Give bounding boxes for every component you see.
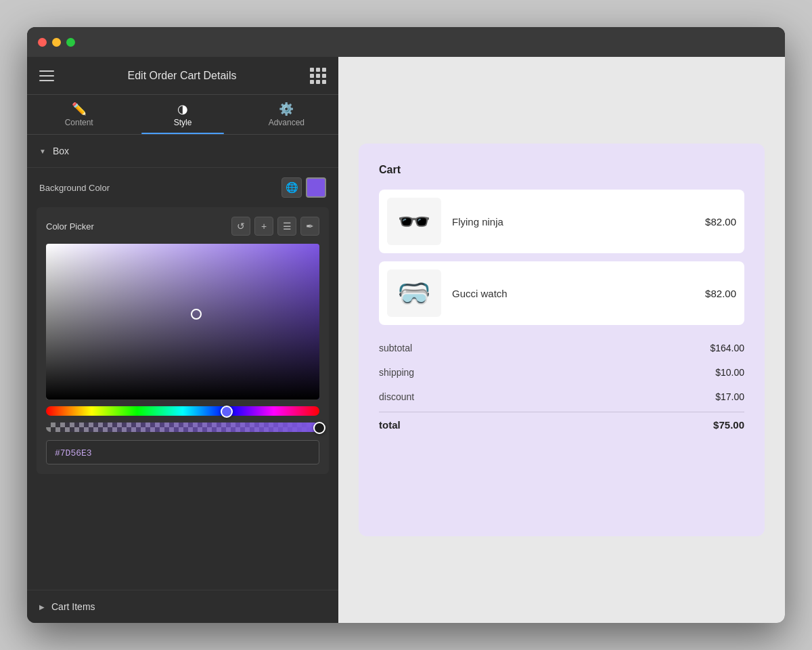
cart-item-price-1: $82.00 xyxy=(705,216,736,228)
subtotal-value: $164.00 xyxy=(710,343,744,353)
shipping-value: $10.00 xyxy=(715,367,744,378)
style-tab-icon: ◑ xyxy=(177,103,188,115)
eyedropper-button[interactable]: ✒ xyxy=(300,217,319,236)
box-section-arrow-icon: ▼ xyxy=(39,148,46,155)
advanced-tab-icon: ⚙️ xyxy=(279,103,294,115)
box-section-label: Box xyxy=(53,146,69,156)
hue-thumb[interactable] xyxy=(221,406,233,418)
subtotal-label: subtotal xyxy=(379,343,412,353)
background-color-row: Background Color 🌐 xyxy=(27,168,338,207)
total-row: total $75.00 xyxy=(379,412,744,437)
hue-slider xyxy=(46,406,319,416)
cart-item-price-2: $82.00 xyxy=(705,288,736,299)
layers-button[interactable]: ☰ xyxy=(277,217,296,236)
discount-value: $17.00 xyxy=(715,391,744,402)
subtotal-row: subtotal $164.00 xyxy=(379,336,744,360)
cart-items-section-header[interactable]: ▶ Cart Items xyxy=(27,590,338,623)
tab-advanced[interactable]: ⚙️ Advanced xyxy=(235,95,338,134)
globe-icon: 🌐 xyxy=(286,181,298,194)
hue-slider-wrapper[interactable] xyxy=(46,406,319,417)
color-controls: 🌐 xyxy=(281,177,326,198)
discount-row: discount $17.00 xyxy=(379,385,744,409)
cart-preview: Cart 🕶️ Flying ninja $82.00 🥽 Gucci watc… xyxy=(359,144,765,536)
style-tab-label: Style xyxy=(174,118,192,127)
left-panel: Edit Order Cart Details ✏️ Content ◑ Sty… xyxy=(27,57,338,623)
panel-title: Edit Order Cart Details xyxy=(128,70,237,82)
hamburger-menu-button[interactable] xyxy=(39,70,54,81)
layers-icon: ☰ xyxy=(283,221,292,232)
background-color-label: Background Color xyxy=(39,183,110,193)
cart-item: 🥽 Gucci watch $82.00 xyxy=(379,261,744,325)
alpha-checkerboard xyxy=(46,422,319,432)
globe-button[interactable]: 🌐 xyxy=(281,177,302,198)
cart-item-image-2: 🥽 xyxy=(387,269,441,317)
grid-menu-button[interactable] xyxy=(310,68,326,84)
content-tab-icon: ✏️ xyxy=(72,103,87,115)
discount-label: discount xyxy=(379,391,414,402)
box-section-header[interactable]: ▼ Box xyxy=(27,135,338,168)
advanced-tab-label: Advanced xyxy=(269,118,304,127)
cart-item-image-1: 🕶️ xyxy=(387,198,441,245)
add-color-button[interactable]: + xyxy=(254,217,273,236)
maximize-button[interactable] xyxy=(66,38,75,47)
minimize-button[interactable] xyxy=(52,38,61,47)
content-tab-label: Content xyxy=(65,118,93,127)
reset-icon: ↺ xyxy=(237,221,245,232)
cart-item-name-2: Gucci watch xyxy=(452,288,694,299)
gradient-dark xyxy=(46,244,319,399)
alpha-thumb[interactable] xyxy=(313,422,325,434)
eyedropper-icon: ✒ xyxy=(306,221,314,232)
right-panel: Cart 🕶️ Flying ninja $82.00 🥽 Gucci watc… xyxy=(338,57,785,623)
cart-totals: subtotal $164.00 shipping $10.00 discoun… xyxy=(379,336,744,437)
add-icon: + xyxy=(261,221,267,232)
panel-content: ▼ Box Background Color 🌐 xyxy=(27,135,338,590)
main-window: Edit Order Cart Details ✏️ Content ◑ Sty… xyxy=(27,27,785,623)
color-picker-header: Color Picker ↺ + ☰ xyxy=(46,217,319,236)
total-value: $75.00 xyxy=(713,419,744,431)
hex-input-wrapper[interactable] xyxy=(46,440,319,464)
gradient-canvas[interactable] xyxy=(46,244,319,399)
picker-actions: ↺ + ☰ ✒ xyxy=(231,217,319,236)
hex-input[interactable] xyxy=(55,448,311,458)
window-body: Edit Order Cart Details ✏️ Content ◑ Sty… xyxy=(27,57,785,623)
cart-item: 🕶️ Flying ninja $82.00 xyxy=(379,190,744,253)
color-picker-title: Color Picker xyxy=(46,221,94,232)
tabs-container: ✏️ Content ◑ Style ⚙️ Advanced xyxy=(27,95,338,135)
shipping-row: shipping $10.00 xyxy=(379,360,744,385)
cart-items-arrow-icon: ▶ xyxy=(39,603,45,611)
reset-color-button[interactable]: ↺ xyxy=(231,217,250,236)
cart-preview-title: Cart xyxy=(379,164,744,176)
color-picker: Color Picker ↺ + ☰ xyxy=(37,207,329,474)
alpha-slider-wrapper[interactable] xyxy=(46,422,319,433)
color-swatch[interactable] xyxy=(306,177,326,198)
close-button[interactable] xyxy=(38,38,47,47)
tab-content[interactable]: ✏️ Content xyxy=(27,95,131,134)
alpha-gradient xyxy=(46,422,319,432)
tab-style[interactable]: ◑ Style xyxy=(131,95,234,134)
cart-items-label: Cart Items xyxy=(51,601,95,612)
shipping-label: shipping xyxy=(379,367,414,378)
panel-header: Edit Order Cart Details xyxy=(27,57,338,95)
total-label: total xyxy=(379,419,401,431)
titlebar xyxy=(27,27,785,57)
cart-item-name-1: Flying ninja xyxy=(452,216,694,228)
